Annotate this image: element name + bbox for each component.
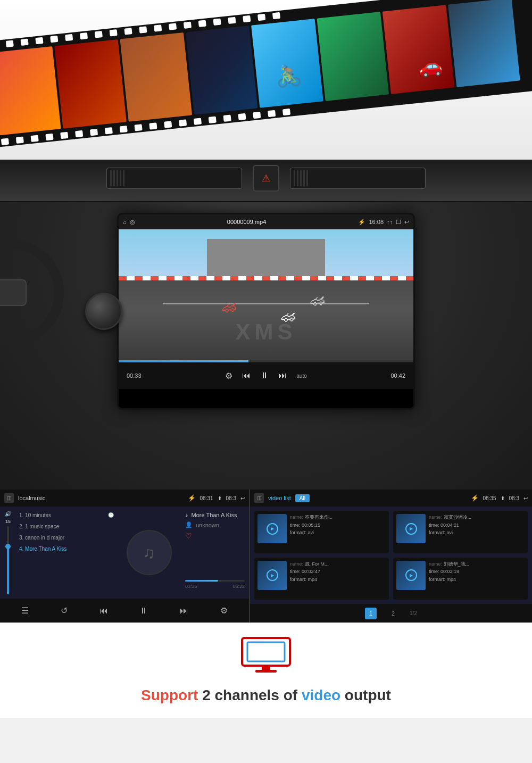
- page-count-label: 1/2: [410, 610, 417, 616]
- video-name-label: name:: [429, 561, 444, 567]
- cyclist-silhouette: 🚴: [274, 62, 303, 89]
- vent-slot: [123, 170, 124, 186]
- dashboard-top: ⚠: [0, 160, 532, 202]
- footer-output-text: output: [345, 687, 391, 703]
- video-format: formart: avi: [290, 529, 386, 536]
- film-strip-section: 🚴 🚗: [0, 0, 532, 160]
- film-hole: [209, 117, 217, 123]
- video-panel-icon: ◫: [254, 493, 264, 503]
- back-button-video[interactable]: ↩: [523, 495, 528, 501]
- video-list-item[interactable]: ▶ name: 刘德华_我... time: 00:03:19 formart:…: [393, 558, 528, 600]
- hazard-button[interactable]: ⚠: [253, 165, 279, 192]
- all-tab-button[interactable]: All: [295, 494, 310, 502]
- playback-bar: 00:33 ⚙ ⏮ ⏸ ⏭ auto 00:42: [119, 362, 413, 389]
- video-name-label: name:: [290, 515, 305, 520]
- settings-icon[interactable]: ◎: [130, 219, 135, 226]
- play-button-circle[interactable]: ▶: [267, 523, 278, 535]
- video-thumbnail: ▶: [257, 514, 287, 543]
- film-hole: [80, 32, 88, 39]
- music-progress-track[interactable]: [185, 580, 245, 582]
- screen-status-bar: ⌂ ◎ 00000009.mp4 ⚡ 16:08 ↑↑ ☐ ↩: [119, 214, 413, 229]
- video-list-item[interactable]: ▶ name: 源. For M... time: 00:03:47 forma…: [254, 558, 389, 600]
- film-frame: 🚴: [251, 19, 323, 108]
- music-controls-bar: ☰ ↺ ⏮ ⏸ ⏭ ⚙: [0, 599, 249, 623]
- music-note-icon: ♫: [143, 544, 155, 562]
- video-meta: name: 刘德华_我... time: 00:03:19 formart: m…: [429, 561, 525, 583]
- bluetooth-icon: ⚡: [188, 494, 196, 502]
- volume-icon: 🔊: [5, 511, 11, 517]
- window-icon[interactable]: ☐: [396, 219, 401, 226]
- volume-level: 15: [5, 519, 11, 524]
- screen-time: 16:08: [369, 219, 384, 225]
- vent-slot: [113, 170, 115, 186]
- video-meta: name: 不要再来伤... time: 00:05:15 formart: a…: [290, 514, 386, 536]
- play-button-circle[interactable]: ▶: [405, 523, 417, 535]
- list-item-active[interactable]: 4. More Than A Kiss: [16, 543, 117, 554]
- favorite-heart-icon[interactable]: ♡: [185, 532, 245, 540]
- list-item[interactable]: 2. 1 music space: [16, 521, 117, 532]
- film-hole: [198, 20, 206, 27]
- film-hole: [169, 23, 177, 30]
- settings-control-icon[interactable]: ⚙: [225, 371, 232, 381]
- vent-slot: [294, 170, 295, 186]
- film-frame: 🚗: [383, 5, 455, 94]
- screen-right-icons: ⚡ 16:08 ↑↑ ☐ ↩: [358, 219, 409, 226]
- skip-back-control[interactable]: ⏮: [242, 371, 251, 380]
- list-item[interactable]: 1. 10 minutes 🕐: [16, 510, 117, 521]
- footer-channels-text: 2 channels: [202, 687, 279, 703]
- video-name: name: 不要再来伤...: [290, 514, 386, 521]
- music-panel-icon: ◫: [4, 493, 14, 503]
- video-list-item[interactable]: ▶ name: 不要再来伤... time: 00:05:15 formart:…: [254, 511, 389, 553]
- film-hole: [238, 113, 246, 120]
- film-hole: [139, 26, 147, 33]
- back-button-music[interactable]: ↩: [240, 495, 245, 501]
- track-number-active: 4. More Than A Kiss: [19, 546, 66, 552]
- video-format: formart: mp4: [429, 576, 525, 583]
- pause-control[interactable]: ⏸: [260, 371, 269, 380]
- play-button-circle[interactable]: ▶: [267, 569, 278, 581]
- video-area[interactable]: 🏎 🏎 🏎: [119, 229, 413, 362]
- film-frame: [54, 39, 127, 129]
- track-number: 3. canon in d major: [19, 535, 64, 541]
- list-item[interactable]: 3. canon in d major: [16, 532, 117, 543]
- page-1-button[interactable]: 1: [365, 608, 377, 619]
- film-hole: [164, 121, 172, 128]
- next-button[interactable]: ⏭: [180, 606, 188, 616]
- vent-slot: [300, 170, 302, 186]
- film-hole: [228, 17, 236, 24]
- film-frame: [448, 0, 520, 87]
- repeat-button[interactable]: ↺: [61, 606, 68, 616]
- f1-car-1: 🏎: [221, 297, 238, 316]
- prev-button[interactable]: ⏮: [99, 606, 108, 616]
- play-pause-button[interactable]: ⏸: [139, 606, 148, 616]
- volume-thumb: [5, 544, 11, 549]
- track-icon: 🕐: [108, 512, 114, 518]
- footer-text: Support 2 channels of video output: [141, 687, 391, 704]
- page-2-button[interactable]: 2: [387, 608, 399, 619]
- video-list-item[interactable]: ▶ name: 寂寞沙洲冷... time: 00:04:21 formart:…: [393, 511, 528, 553]
- film-hole: [1, 138, 9, 145]
- video-time: time: 00:05:15: [290, 522, 386, 529]
- footer-video-text: video: [302, 687, 340, 703]
- home-icon[interactable]: ⌂: [123, 219, 127, 225]
- film-hole: [154, 24, 162, 31]
- monitor-icon-container: [239, 637, 293, 676]
- album-art: ♫: [127, 530, 172, 575]
- back-icon[interactable]: ↩: [404, 219, 409, 226]
- equalizer-button[interactable]: ⚙: [220, 606, 228, 616]
- auto-label: auto: [296, 373, 306, 379]
- progress-area: 03:36 06:22: [185, 580, 245, 593]
- play-button-circle[interactable]: ▶: [405, 569, 417, 581]
- race-track: 🏎 🏎 🏎: [119, 229, 413, 362]
- skip-forward-control[interactable]: ⏭: [278, 371, 287, 380]
- film-hole: [45, 134, 53, 140]
- grandstand-structure: [207, 239, 325, 276]
- playlist-button[interactable]: ☰: [21, 606, 29, 616]
- video-progress-bar[interactable]: [119, 360, 413, 362]
- volume-knob[interactable]: [85, 293, 122, 330]
- vent-slot: [120, 170, 121, 186]
- film-hole: [60, 132, 68, 139]
- song-info-area: ♪ More Than A Kiss 👤 unknown ♡ 03:36 06:…: [181, 507, 249, 599]
- video-progress-fill: [119, 360, 248, 362]
- volume-track[interactable]: [7, 526, 9, 594]
